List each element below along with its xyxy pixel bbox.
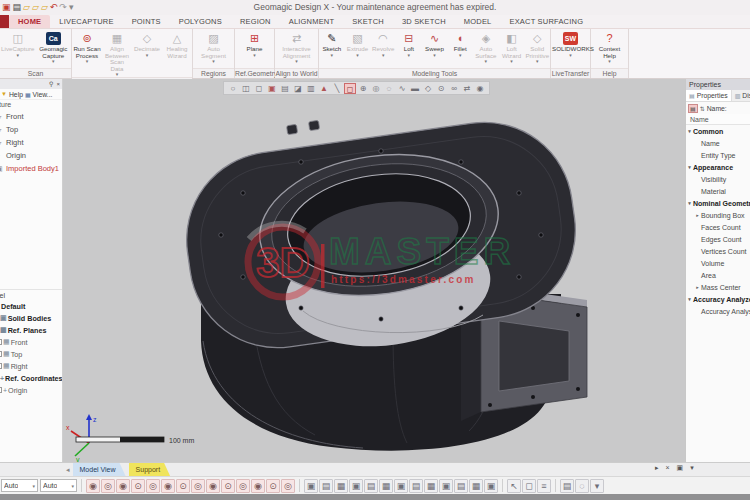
- close-view-icon[interactable]: ×: [666, 464, 670, 472]
- lasso-select-icon[interactable]: ◌: [383, 83, 395, 94]
- filter-mesh-icon[interactable]: ▤: [319, 479, 333, 493]
- property-row[interactable]: Volume: [686, 257, 750, 269]
- categorize-icon[interactable]: ▤: [688, 104, 698, 113]
- filter-measure-icon[interactable]: ▣: [484, 479, 498, 493]
- body-visibility-icon[interactable]: ◎: [101, 479, 115, 493]
- pair-view-icon[interactable]: ∞: [448, 83, 460, 94]
- tree-item[interactable]: ▣ Imported Body1: [0, 162, 62, 175]
- tree-item[interactable]: ▱ Front: [0, 110, 62, 123]
- swap-view-icon[interactable]: ⇄: [461, 83, 473, 94]
- zoom-tool-icon[interactable]: ◉: [474, 83, 486, 94]
- expander-icon[interactable]: ▸: [694, 284, 701, 290]
- filter-body-icon[interactable]: ▣: [304, 479, 318, 493]
- view-menu-icon[interactable]: ▾: [690, 464, 694, 472]
- pointcloud-visibility-icon[interactable]: ◎: [146, 479, 160, 493]
- extra-mode-icon[interactable]: ≡: [537, 479, 551, 493]
- model-viewport[interactable]: ○ ◫ ◻ ▣ ▤ ◪ ▥ ▲ ╲ ◻ ⊕ ◎ ◌ ∿ ▬ ◇ ⊙ ∞ ⇄ ◉: [63, 79, 685, 462]
- model-tree-item[interactable]: + Origin: [0, 384, 62, 396]
- expander-icon[interactable]: ▾: [686, 200, 693, 206]
- expander-icon[interactable]: ▾: [686, 164, 693, 170]
- property-row[interactable]: Area: [686, 269, 750, 281]
- property-row[interactable]: ▾ Accuracy Analyzer: [686, 293, 750, 305]
- geomagic-capture-button[interactable]: Ca Geomagic Capture ▾: [36, 30, 72, 68]
- surface-visibility-icon[interactable]: ◎: [191, 479, 205, 493]
- sweep-button[interactable]: ∿ Sweep ▾: [422, 30, 448, 68]
- auto-segment-button[interactable]: ▨ Auto Segment ▾: [193, 30, 234, 68]
- property-row[interactable]: ▸ Mass Center: [686, 281, 750, 293]
- rectangle-select-icon[interactable]: ◻: [344, 83, 356, 94]
- shaded-view-icon[interactable]: ◻: [253, 83, 265, 94]
- livecapture-button[interactable]: ◫ LiveCapture ▾: [0, 30, 36, 68]
- paint-select-icon[interactable]: ▬: [409, 83, 421, 94]
- view-tab[interactable]: Support: [129, 463, 171, 476]
- property-row[interactable]: ▾ Nominal Geometry: [686, 197, 750, 209]
- spline-select-icon[interactable]: ∿: [396, 83, 408, 94]
- tree-item[interactable]: ▱ Top: [0, 123, 62, 136]
- plane-visibility-icon[interactable]: ◉: [206, 479, 220, 493]
- model-tree-item[interactable]: ▦ Ref. Planes: [0, 324, 62, 336]
- run-scan-process-button[interactable]: ⊚ Run Scan Process ▾: [72, 30, 102, 77]
- dock-icon[interactable]: ▣: [677, 464, 684, 472]
- property-row[interactable]: ▾ Common: [686, 125, 750, 137]
- context-help-button[interactable]: ? Context Help ▾: [591, 30, 628, 68]
- view-button[interactable]: View...: [33, 91, 53, 98]
- expander-icon[interactable]: ▾: [686, 296, 693, 302]
- interactive-alignment-button[interactable]: ⇄ Interactive Alignment ▾: [275, 30, 318, 68]
- filter-point-icon[interactable]: ▣: [349, 479, 363, 493]
- vector-visibility-icon[interactable]: ⊙: [221, 479, 235, 493]
- region-view-icon[interactable]: ▤: [279, 83, 291, 94]
- tab-properties[interactable]: ▤ Properties: [686, 90, 732, 101]
- filter-axis-icon[interactable]: ▦: [424, 479, 438, 493]
- loft-button[interactable]: ⊟ Loft ▾: [396, 30, 422, 68]
- menu-tab[interactable]: ALIGNMENT: [280, 15, 344, 28]
- polygon-select-icon[interactable]: ◇: [422, 83, 434, 94]
- measure-visibility-icon[interactable]: ⊙: [266, 479, 280, 493]
- auto-surface-button[interactable]: ◈ Auto Surface ▾: [473, 30, 499, 68]
- solid-primitive-button[interactable]: ◇ Solid Primitive ▾: [524, 30, 550, 68]
- tree-item[interactable]: + Origin: [0, 149, 62, 162]
- menu-tab[interactable]: HOME: [9, 15, 50, 28]
- filter-coordinate-icon[interactable]: ▤: [454, 479, 468, 493]
- target-select-icon[interactable]: ⊙: [435, 83, 447, 94]
- label-visibility-icon[interactable]: ◉: [251, 479, 265, 493]
- filter-annotation-icon[interactable]: ▦: [469, 479, 483, 493]
- mesh-visibility-icon[interactable]: ◉: [116, 479, 130, 493]
- loft-wizard-button[interactable]: ◧ Loft Wizard ▾: [499, 30, 525, 68]
- region-visibility-icon[interactable]: ⊙: [131, 479, 145, 493]
- filter-curve-icon[interactable]: ▣: [394, 479, 408, 493]
- help-button[interactable]: Help: [9, 91, 23, 98]
- property-row[interactable]: ▸ Bounding Box: [686, 209, 750, 221]
- sort-icon[interactable]: ⇅: [700, 105, 705, 112]
- coordinate-visibility-icon[interactable]: ◎: [236, 479, 250, 493]
- menu-tab[interactable]: POLYGONS: [170, 15, 231, 28]
- visibility-checkbox[interactable]: [0, 387, 2, 393]
- close-icon[interactable]: ×: [56, 79, 60, 89]
- model-tree-item[interactable]: Default: [0, 300, 62, 312]
- property-row[interactable]: Edges Count: [686, 233, 750, 245]
- property-row[interactable]: Entity Type: [686, 149, 750, 161]
- plane-display-icon[interactable]: ◪: [292, 83, 304, 94]
- expander-icon[interactable]: ▾: [686, 128, 693, 134]
- circle-select-icon[interactable]: ⊕: [357, 83, 369, 94]
- visibility-checkbox[interactable]: [0, 339, 2, 345]
- menu-tab[interactable]: LIVECAPTURE: [50, 15, 122, 28]
- measure-icon[interactable]: ▲: [318, 83, 330, 94]
- multi-view-icon[interactable]: ▥: [305, 83, 317, 94]
- render-mode-combo[interactable]: Auto▾: [40, 479, 77, 492]
- align-between-scan-data-button[interactable]: ▦ Align Between Scan Data ▾: [102, 30, 132, 77]
- display-mode-combo[interactable]: Auto▾: [1, 479, 38, 492]
- model-tree-item[interactable]: ▦ Front: [0, 336, 62, 348]
- sketch-button[interactable]: ✎ Sketch ▾: [319, 30, 345, 68]
- select-mode-icon[interactable]: ↖: [507, 479, 521, 493]
- file-menu-button[interactable]: [0, 15, 9, 28]
- mesh-view-icon[interactable]: ◫: [240, 83, 252, 94]
- box-mode-icon[interactable]: ◻: [522, 479, 536, 493]
- decimate-button[interactable]: ◇ Decimate ▾: [132, 30, 162, 77]
- 3d-model-canvas[interactable]: 3D MASTER https://3dmaster.com z x y 100…: [63, 79, 685, 462]
- model-tree-item[interactable]: + Ref. Coordinates: [0, 372, 62, 384]
- sketch-visibility-icon[interactable]: ⊙: [176, 479, 190, 493]
- property-row[interactable]: Name: [686, 137, 750, 149]
- body-view-icon[interactable]: ▣: [266, 83, 278, 94]
- view-tab[interactable]: Model View: [73, 463, 126, 476]
- visibility-checkbox[interactable]: [0, 363, 2, 369]
